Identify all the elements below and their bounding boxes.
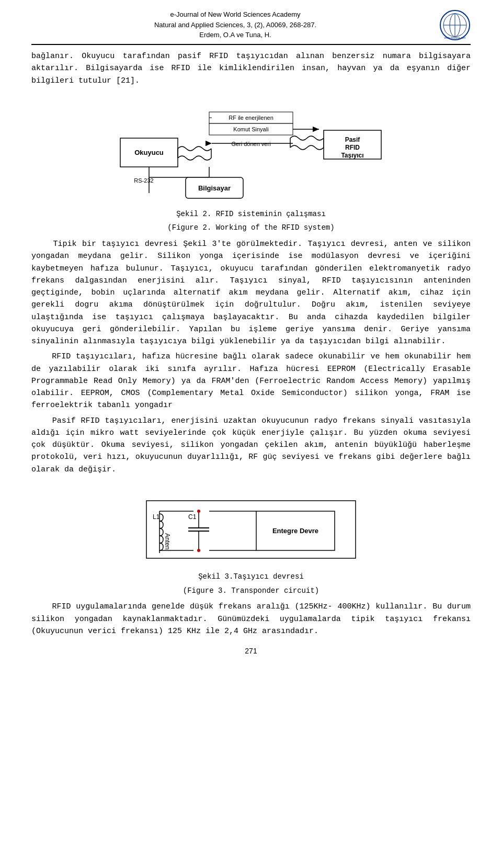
paragraph-4: Pasif RFID taşıyıcıları, enerjisini uzak… — [31, 415, 471, 476]
paragraph-3: RFID taşıyıcıları, hafıza hücresine bağl… — [31, 351, 471, 411]
paragraph-1: bağlanır. Okuyucu tarafından pasif RFID … — [31, 50, 471, 87]
svg-point-48 — [197, 549, 200, 552]
journal-logo: www.newwsa.com — [439, 9, 471, 41]
main-content: bağlanır. Okuyucu tarafından pasif RFID … — [31, 50, 471, 637]
page-number: 271 — [31, 647, 471, 655]
paragraph-2: Tipik bir taşıyıcı devresi Şekil 3'te gö… — [31, 238, 471, 347]
svg-text:RS-232: RS-232 — [134, 177, 153, 184]
header-text: e-Journal of New World Sciences Academy … — [31, 9, 439, 40]
svg-text:Okuyucu: Okuyucu — [134, 149, 164, 156]
svg-text:L1: L1 — [153, 513, 160, 521]
svg-text:Geri dönen veri: Geri dönen veri — [231, 141, 270, 147]
figure-2-container: Okuyucu RF ile enerjilenen Komut Sinyali — [31, 96, 471, 234]
figure-3-caption-2: (Figure 3. Transponder circuit) — [31, 585, 471, 597]
paragraph-5: RFID uygulamalarında genelde düşük freka… — [31, 601, 471, 637]
svg-text:C1: C1 — [188, 513, 197, 521]
svg-text:Taşıyıcı: Taşıyıcı — [341, 152, 363, 159]
svg-text:Pasif: Pasif — [345, 136, 361, 143]
figure-3-container: L1 Anten C1 — [31, 485, 471, 596]
svg-text:Bilgisayar: Bilgisayar — [198, 184, 231, 192]
svg-text:Entegre Devre: Entegre Devre — [272, 527, 318, 535]
page-header: e-Journal of New World Sciences Academy … — [31, 9, 471, 45]
header-line3: Erdem, O.A ve Tuna, H. — [31, 30, 439, 40]
transponder-circuit-diagram: L1 Anten C1 — [136, 485, 366, 569]
figure-2-caption-2: (Figure 2. Working of the RFID system) — [31, 222, 471, 234]
svg-text:RFID: RFID — [345, 144, 360, 151]
svg-point-47 — [197, 510, 200, 513]
svg-text:www.newwsa.com: www.newwsa.com — [444, 36, 466, 39]
svg-text:RF ile enerjilenen: RF ile enerjilenen — [229, 115, 273, 121]
svg-text:Anten: Anten — [164, 533, 171, 549]
svg-text:Komut Sinyali: Komut Sinyali — [233, 126, 268, 132]
header-line1: e-Journal of New World Sciences Academy — [31, 9, 439, 20]
figure-3-caption-1: Şekil 3.Taşıyıcı devresi — [31, 571, 471, 583]
figure-2-caption-1: Şekil 2. RFID sisteminin çalışması — [31, 209, 471, 220]
header-line2: Natural and Applied Sciences, 3, (2), A0… — [31, 20, 439, 30]
rfid-system-diagram: Okuyucu RF ile enerjilenen Komut Sinyali — [105, 96, 397, 206]
